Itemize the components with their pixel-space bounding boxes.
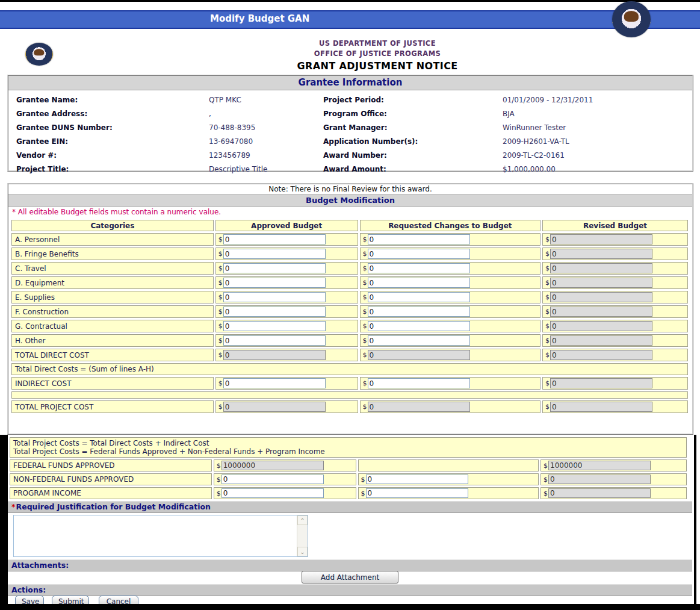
program-office-value: BJA bbox=[503, 107, 692, 121]
e-supplies-approved-input[interactable] bbox=[223, 292, 326, 302]
application-number-s-value: 2009-H2601-VA-TL bbox=[503, 135, 692, 149]
a-personnel-revised-input bbox=[550, 234, 652, 244]
scroll-up-icon[interactable]: ⌃ bbox=[297, 515, 308, 525]
gan-title: GRANT ADJUSTMENT NOTICE bbox=[55, 59, 699, 73]
c-travel-approved-input[interactable] bbox=[223, 263, 326, 273]
justification-label: Required Justification for Budget Modifi… bbox=[16, 502, 211, 511]
dollar-sign: $ bbox=[545, 308, 550, 316]
g-contractual-requested-input[interactable] bbox=[368, 321, 470, 331]
h-other-approved-input[interactable] bbox=[223, 335, 326, 346]
indirect-cost-approved-input[interactable] bbox=[223, 378, 326, 388]
indirect-cost-requested-input[interactable] bbox=[368, 378, 470, 388]
e-supplies-revised-cell: $ bbox=[542, 291, 688, 303]
total-project-cost-revised-input bbox=[550, 402, 652, 412]
dollar-sign: $ bbox=[545, 322, 550, 330]
d-equipment-approved-input[interactable] bbox=[223, 278, 326, 288]
award-number-label: Award Number: bbox=[323, 149, 503, 163]
f-construction-requested-input[interactable] bbox=[368, 307, 470, 317]
dollar-sign: $ bbox=[218, 322, 223, 330]
budget-table-lower: Total Project Costs = Total Direct Costs… bbox=[8, 435, 689, 501]
h-other-requested-cell: $ bbox=[360, 334, 540, 347]
doj-seal-header-icon bbox=[25, 43, 53, 66]
scroll-down-icon[interactable]: ⌄ bbox=[297, 547, 308, 556]
dollar-sign: $ bbox=[363, 322, 367, 330]
a-personnel-approved-cell: $ bbox=[215, 233, 358, 246]
g-contractual-approved-input[interactable] bbox=[223, 321, 326, 331]
screenshot-black-strip-left bbox=[0, 435, 8, 610]
dollar-sign: $ bbox=[218, 235, 223, 243]
total-direct-cost-approved-cell: $ bbox=[215, 349, 358, 361]
d-equipment-requested-input[interactable] bbox=[368, 278, 470, 288]
doj-seal-banner-icon bbox=[612, 1, 651, 37]
page-title: Modify Budget GAN bbox=[210, 13, 309, 24]
dollar-sign: $ bbox=[361, 476, 365, 484]
add-attachment-button[interactable]: Add Attachment bbox=[302, 571, 398, 584]
f-construction-requested-cell: $ bbox=[360, 305, 540, 318]
e-supplies-requested-cell: $ bbox=[360, 291, 540, 303]
h-other-requested-input[interactable] bbox=[368, 335, 470, 346]
total-direct-cost-revised-cell: $ bbox=[542, 349, 688, 361]
category-label-h-other: H. Other bbox=[11, 334, 214, 347]
total-direct-cost-note: Total Direct Costs = (Sum of lines A-H) bbox=[11, 363, 688, 375]
dollar-sign: $ bbox=[363, 235, 367, 243]
total-project-cost-requested-input bbox=[368, 402, 470, 412]
dollar-sign: $ bbox=[363, 250, 367, 258]
category-label-indirect-cost: INDIRECT COST bbox=[11, 377, 214, 390]
actions-header: Actions: bbox=[8, 584, 692, 596]
screenshot-black-line-right bbox=[694, 435, 696, 610]
c-travel-requested-cell: $ bbox=[360, 262, 540, 275]
non-federal-funds-approved-requested-input[interactable] bbox=[366, 475, 468, 484]
e-supplies-requested-input[interactable] bbox=[368, 292, 470, 302]
category-label-non-federal-funds-approved: NON-FEDERAL FUNDS APPROVED bbox=[10, 473, 212, 485]
budget-instruction: * All editable Budget fields must contai… bbox=[8, 207, 692, 218]
spacer-row bbox=[11, 391, 688, 399]
grantee-ein-label: Grantee EIN: bbox=[16, 135, 209, 149]
category-label-federal-funds-approved: FEDERAL FUNDS APPROVED bbox=[10, 459, 212, 472]
screenshot-black-strip-bottom bbox=[0, 604, 700, 610]
program-income-approved-input[interactable] bbox=[221, 488, 324, 498]
dollar-sign: $ bbox=[217, 476, 221, 484]
program-income-requested-input[interactable] bbox=[366, 488, 468, 498]
f-construction-approved-input[interactable] bbox=[223, 307, 326, 317]
grantee-name-value: QTP MKC bbox=[209, 93, 323, 107]
grantee-information-header: Grantee Information bbox=[8, 76, 692, 90]
b-fringe-benefits-requested-cell: $ bbox=[360, 247, 540, 260]
d-equipment-requested-cell: $ bbox=[360, 276, 540, 289]
a-personnel-requested-input[interactable] bbox=[368, 234, 470, 244]
dollar-sign: $ bbox=[218, 250, 223, 258]
c-travel-approved-cell: $ bbox=[215, 262, 358, 275]
f-construction-approved-cell: $ bbox=[215, 305, 358, 318]
federal-funds-approved-revised-input bbox=[548, 461, 651, 470]
dollar-sign: $ bbox=[363, 403, 367, 411]
budget-funds-section: Total Project Costs = Total Direct Costs… bbox=[8, 435, 692, 501]
category-label-b-fringe-benefits: B. Fringe Benefits bbox=[11, 247, 214, 260]
non-federal-funds-approved-revised-input bbox=[548, 475, 651, 484]
total-project-cost-approved-input bbox=[223, 402, 326, 412]
dollar-sign: $ bbox=[544, 476, 548, 484]
doj-eagle-icon bbox=[624, 11, 639, 22]
grantee-information-grid: Grantee Name:QTP MKCProject Period:01/01… bbox=[8, 90, 692, 176]
c-travel-requested-input[interactable] bbox=[368, 263, 470, 273]
doj-letterhead: US DEPARTMENT OF JUSTICE OFFICE OF JUSTI… bbox=[55, 39, 699, 73]
total-project-cost-revised-cell: $ bbox=[542, 400, 688, 413]
b-fringe-benefits-requested-input[interactable] bbox=[368, 249, 470, 259]
b-fringe-benefits-approved-input[interactable] bbox=[223, 249, 326, 259]
justification-textarea[interactable] bbox=[14, 515, 297, 556]
e-supplies-revised-input bbox=[550, 292, 652, 302]
dollar-sign: $ bbox=[218, 279, 223, 287]
g-contractual-revised-cell: $ bbox=[542, 320, 688, 332]
dollar-sign: $ bbox=[545, 403, 550, 411]
column-header-approved-budget: Approved Budget bbox=[215, 220, 358, 231]
a-personnel-approved-input[interactable] bbox=[223, 234, 326, 244]
column-header-revised-budget: Revised Budget bbox=[542, 220, 688, 231]
project-title-value: Descriptive Title bbox=[209, 163, 323, 176]
h-other-revised-input bbox=[550, 335, 652, 346]
c-travel-revised-cell: $ bbox=[542, 262, 688, 275]
dollar-sign: $ bbox=[545, 337, 550, 344]
indirect-cost-approved-cell: $ bbox=[215, 377, 358, 390]
dollar-sign: $ bbox=[545, 293, 550, 301]
g-contractual-requested-cell: $ bbox=[360, 320, 540, 332]
grantee-name-label: Grantee Name: bbox=[16, 93, 209, 107]
textarea-scrollbar[interactable]: ⌃ ⌄ bbox=[297, 515, 308, 556]
non-federal-funds-approved-approved-input[interactable] bbox=[221, 475, 324, 484]
